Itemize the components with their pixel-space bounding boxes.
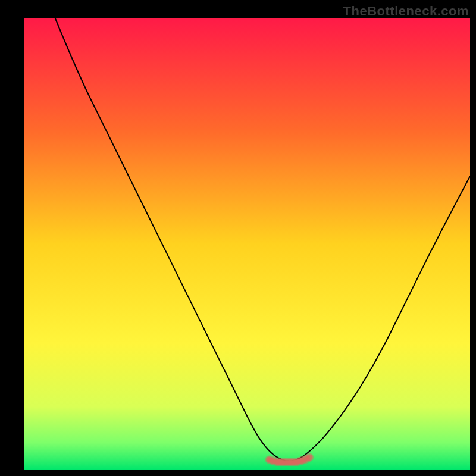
chart-container: TheBottleneck.com bbox=[0, 0, 476, 476]
chart-svg bbox=[0, 0, 476, 476]
watermark-text: TheBottleneck.com bbox=[343, 4, 469, 19]
chart-background bbox=[24, 18, 470, 470]
